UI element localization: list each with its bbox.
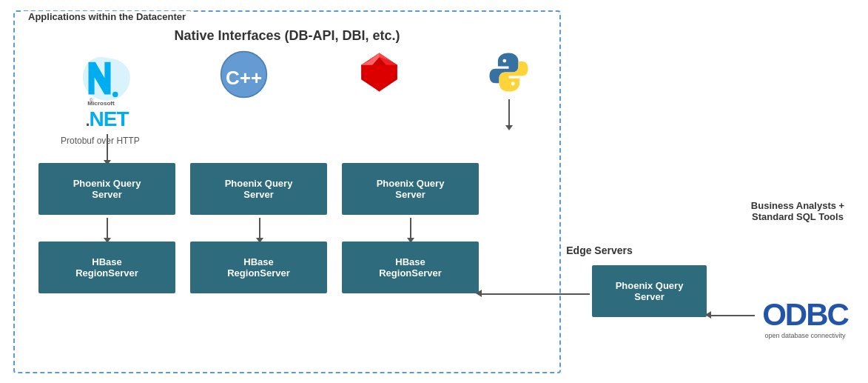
ruby-icon-col [311,48,448,96]
dotnet-text: .NET [85,107,128,131]
svg-text:®: ® [90,98,93,103]
phoenix-server-3: Phoenix QueryServer [342,163,479,215]
python-arrow [508,99,510,126]
dotnet-arrow [107,134,108,161]
svg-point-11 [502,59,506,63]
cpp-icon: C++ [220,50,268,99]
diagram-container: Applications within the Datacenter Nativ… [0,0,868,383]
odbc-section: ODBC open database connectivity [710,292,850,339]
datacenter-label: Applications within the Datacenter [24,11,190,22]
odbc-text: ODBC [762,299,848,330]
dotnet-icon-col: Microsoft ® .NET [38,50,175,161]
native-interfaces-title: Native Interfaces (DB-API, DBI, etc.) [13,28,561,44]
connector-3 [410,218,411,239]
svg-marker-10 [361,65,397,92]
python-icon-col [440,48,577,126]
svg-text:C++: C++ [226,67,262,89]
edge-servers-label: Edge Servers [562,244,636,256]
svg-point-1 [112,92,118,98]
cpp-icon-col: C++ [175,50,312,99]
phoenix-edge-server: Phoenix QueryServer [592,265,707,317]
phoenix-server-1: Phoenix QueryServer [38,163,175,215]
odbc-sub-text: open database connectivity [761,332,850,339]
ruby-icon [355,48,403,96]
business-analysts-label: Business Analysts +Standard SQL Tools [739,200,857,222]
hbase-server-2: HBaseRegionServer [190,242,327,293]
dotnet-icon: Microsoft ® [79,50,135,106]
odbc-logo: ODBC open database connectivity [761,299,850,339]
python-icon [485,48,533,96]
connector-1 [107,218,108,239]
edge-connector [481,293,590,295]
phoenix-server-2: Phoenix QueryServer [190,163,327,215]
hbase-server-3: HBaseRegionServer [342,242,479,293]
hbase-server-1: HBaseRegionServer [38,242,175,293]
svg-point-12 [511,82,515,86]
odbc-arrow [710,315,755,316]
connector-2 [259,218,260,239]
